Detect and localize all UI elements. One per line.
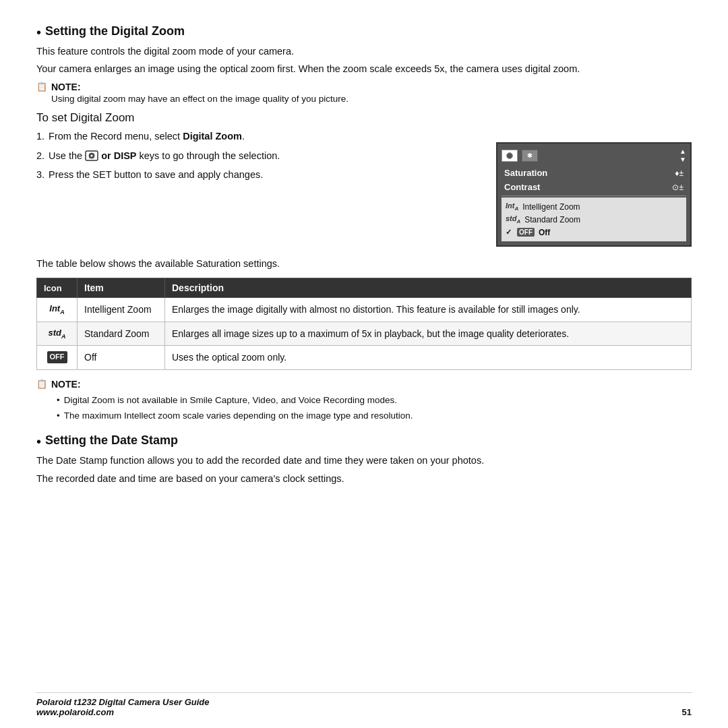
note-bullet-2: • The maximum Intellect zoom scale varie… xyxy=(57,409,413,423)
note-icon: 📋 xyxy=(36,82,47,92)
icon-cell-int: IntA xyxy=(37,298,78,322)
steps-col: 1. From the Record menu, select Digital … xyxy=(36,129,483,246)
step-2-text: Use the or DISP keys to go through the s… xyxy=(49,148,280,163)
saturation-symbol: ♦± xyxy=(675,169,684,178)
std-a-icon: stdA xyxy=(49,328,66,338)
submenu-off: ✓ OFF Off xyxy=(506,226,682,239)
item-cell-int: Intelligent Zoom xyxy=(78,298,165,322)
date-stamp-heading: • Setting the Date Stamp xyxy=(36,433,692,453)
footer-guide-title: Polaroid t1232 Digital Camera User Guide xyxy=(36,697,209,707)
note-block-bottom: 📋 NOTE: • Digital Zoom is not available … xyxy=(36,378,692,427)
desc-cell-off: Uses the optical zoom only. xyxy=(165,346,692,369)
camera-ui-screenshot: ✱ ▲ ▼ Saturation ♦± xyxy=(496,129,692,246)
step-2-num: 2. xyxy=(36,148,44,163)
item-label-off: Off xyxy=(84,352,96,363)
step-3-num: 3. xyxy=(36,167,44,182)
step-3-text: Press the SET button to save and apply c… xyxy=(49,167,263,182)
icon-cell-off: OFF xyxy=(37,346,78,369)
off-label: Off xyxy=(539,228,550,237)
item-label-int: Intelligent Zoom xyxy=(84,304,152,315)
page-footer: Polaroid t1232 Digital Camera User Guide… xyxy=(36,692,692,717)
bullet-sym-2: • xyxy=(57,409,60,423)
note-text: Using digital zoom may have an effect on… xyxy=(51,92,348,106)
contrast-label: Contrast xyxy=(504,182,540,192)
desc-text-off: Uses the optical zoom only. xyxy=(172,352,286,363)
digital-zoom-section: • Setting the Digital Zoom This feature … xyxy=(36,24,692,427)
camera-ui-icons: ✱ xyxy=(502,150,538,162)
check-icon: ✓ xyxy=(506,228,512,237)
camera-ui-top: ✱ ▲ ▼ xyxy=(502,148,686,163)
item-label-std: Standard Zoom xyxy=(84,328,150,339)
table-intro: The table below shows the available Satu… xyxy=(36,256,692,271)
table-row-intelligent-zoom: IntA Intelligent Zoom Enlarges the image… xyxy=(37,298,692,322)
col-header-description: Description xyxy=(165,278,692,298)
footer-left: Polaroid t1232 Digital Camera User Guide… xyxy=(36,697,209,717)
note-block-top: 📋 NOTE: Using digital zoom may have an e… xyxy=(36,81,692,106)
note-icon-bottom: 📋 xyxy=(36,379,47,389)
camera-mode-icon xyxy=(502,150,518,162)
digital-zoom-heading: • Setting the Digital Zoom xyxy=(36,24,692,44)
settings-mode-icon: ✱ xyxy=(522,150,538,162)
desc-text-int: Enlarges the image digitally with almost… xyxy=(172,304,580,315)
submenu-standard-zoom: stdA Standard Zoom xyxy=(506,213,682,226)
footer-url: www.polaroid.com xyxy=(36,707,209,717)
zoom-table: Icon Item Description IntA Intelligent Z… xyxy=(36,278,692,370)
contrast-symbol: ⊙± xyxy=(672,183,684,192)
note-bullets: • Digital Zoom is not available in Smile… xyxy=(51,394,413,423)
saturation-row: Saturation ♦± xyxy=(502,166,686,180)
step-2: 2. Use the or DISP keys to go through th… xyxy=(36,148,483,163)
date-stamp-desc2: The recorded date and time are based on … xyxy=(36,471,692,486)
date-stamp-title: Setting the Date Stamp xyxy=(45,433,178,448)
col-header-icon: Icon xyxy=(37,278,78,298)
col-header-item: Item xyxy=(78,278,165,298)
bullet-sym-1: • xyxy=(57,394,60,407)
std-zoom-icon: stdA xyxy=(506,214,520,224)
std-zoom-label: Standard Zoom xyxy=(524,215,580,224)
note-bottom-label: NOTE: xyxy=(51,379,81,390)
note-bullet-text-2: The maximum Intellect zoom scale varies … xyxy=(64,409,413,423)
int-zoom-icon: IntA xyxy=(506,202,518,212)
saturation-label: Saturation xyxy=(504,168,547,178)
table-row-standard-zoom: stdA Standard Zoom Enlarges all image si… xyxy=(37,322,692,346)
digital-zoom-title: Setting the Digital Zoom xyxy=(45,24,185,38)
note-bullet-1: • Digital Zoom is not available in Smile… xyxy=(57,394,413,407)
step-1-num: 1. xyxy=(36,129,44,144)
icon-cell-std: stdA xyxy=(37,322,78,346)
bullet-icon: • xyxy=(36,24,41,40)
digital-zoom-desc1: This feature controls the digital zoom m… xyxy=(36,44,692,59)
step-list: 1. From the Record menu, select Digital … xyxy=(36,129,483,182)
item-cell-off: Off xyxy=(78,346,165,369)
two-col-layout: 1. From the Record menu, select Digital … xyxy=(36,129,692,246)
step-1-text: From the Record menu, select Digital Zoo… xyxy=(49,129,245,144)
off-badge: OFF xyxy=(517,228,535,237)
svg-point-2 xyxy=(91,154,93,156)
desc-cell-std: Enlarges all image sizes up to a maximum… xyxy=(165,322,692,346)
int-a-icon: IntA xyxy=(49,303,64,313)
contrast-row: Contrast ⊙± xyxy=(502,180,686,194)
note-label: NOTE: xyxy=(51,82,81,92)
camera-ui: ✱ ▲ ▼ Saturation ♦± xyxy=(496,142,692,246)
submenu-intelligent-zoom: IntA Intelligent Zoom xyxy=(506,200,682,213)
step-1: 1. From the Record menu, select Digital … xyxy=(36,129,483,144)
item-cell-std: Standard Zoom xyxy=(78,322,165,346)
bullet-icon-ds: • xyxy=(36,433,41,450)
date-stamp-desc1: The Date Stamp function allows you to ad… xyxy=(36,453,692,468)
desc-text-std: Enlarges all image sizes up to a maximum… xyxy=(172,328,569,339)
nav-arrows: ▲ ▼ xyxy=(679,148,686,163)
digital-zoom-desc2: Your camera enlarges an image using the … xyxy=(36,61,692,76)
int-zoom-label: Intelligent Zoom xyxy=(522,202,580,212)
disp-icon xyxy=(85,149,98,162)
off-icon-badge: OFF xyxy=(47,351,67,363)
note-bullet-text-1: Digital Zoom is not available in Smile C… xyxy=(64,394,397,407)
date-stamp-section: • Setting the Date Stamp The Date Stamp … xyxy=(36,433,692,486)
page: • Setting the Digital Zoom This feature … xyxy=(0,0,728,728)
table-row-off: OFF Off Uses the optical zoom only. xyxy=(37,346,692,369)
cam-submenu: IntA Intelligent Zoom stdA Standard Zoom… xyxy=(502,198,686,241)
step-3: 3. Press the SET button to save and appl… xyxy=(36,167,483,182)
sub-heading: To set Digital Zoom xyxy=(36,111,692,125)
desc-cell-int: Enlarges the image digitally with almost… xyxy=(165,298,692,322)
footer-page-number: 51 xyxy=(682,707,692,717)
